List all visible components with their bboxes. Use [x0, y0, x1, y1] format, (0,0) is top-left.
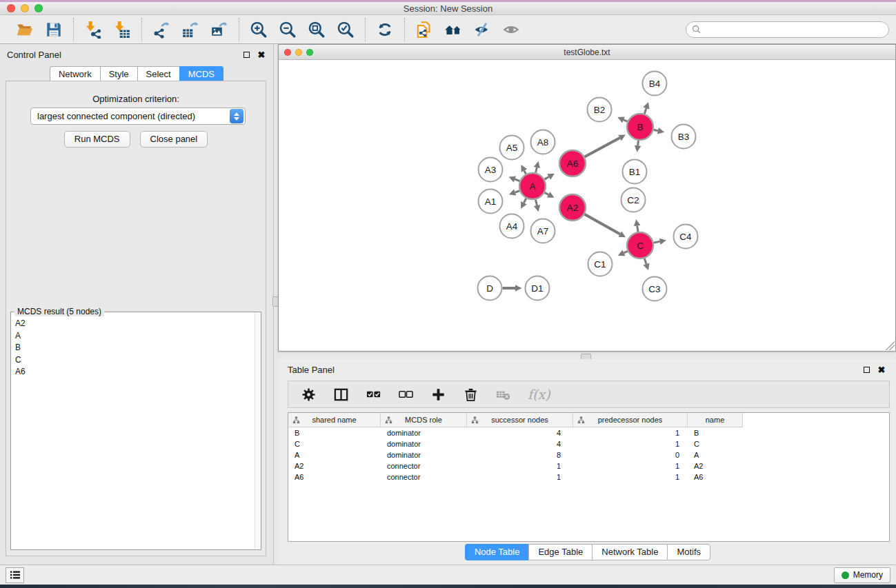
zoom-fit-button[interactable] [306, 19, 328, 41]
window-resize-handle[interactable] [886, 341, 895, 350]
graph-node-d1[interactable]: D1 [526, 276, 550, 301]
open-file-button[interactable] [14, 19, 36, 41]
graph-edge[interactable] [584, 214, 619, 234]
delete-columns-button[interactable] [463, 387, 479, 403]
hide-selected-button[interactable] [471, 19, 493, 41]
graph-node-d[interactable]: D [478, 276, 502, 301]
graph-node-b4[interactable]: B4 [643, 72, 667, 96]
search-icon [692, 25, 701, 34]
graph-edge[interactable] [624, 120, 628, 121]
mcds-result-item[interactable]: A2 [11, 318, 261, 330]
graph-edge[interactable] [637, 226, 638, 232]
graph-node-a4[interactable]: A4 [500, 214, 524, 239]
import-network-button[interactable] [82, 19, 104, 41]
graph-node-c2[interactable]: C2 [621, 188, 646, 212]
graph-edge[interactable] [524, 170, 526, 174]
graph-edge-arrowhead [515, 285, 522, 292]
graph-edge[interactable] [654, 130, 658, 130]
graph-edge[interactable] [535, 199, 537, 205]
graph-edge[interactable] [544, 177, 548, 180]
mcds-result-item[interactable]: A6 [11, 366, 261, 378]
table-row[interactable]: Adominator80A [288, 449, 889, 460]
graph-node-a5[interactable]: A5 [500, 136, 524, 160]
table-settings-button[interactable] [301, 387, 317, 403]
zoom-selected-button[interactable] [335, 19, 357, 41]
column-header-name[interactable]: name [688, 413, 743, 427]
first-neighbors-button[interactable] [442, 19, 464, 41]
column-header-successor-nodes[interactable]: successor nodes [467, 413, 573, 427]
attribute-type-icon [577, 416, 585, 424]
close-panel-button[interactable]: Close panel [140, 131, 208, 148]
graph-edge-arrowhead [643, 263, 649, 270]
graph-node-b[interactable]: B [627, 114, 653, 140]
add-column-button[interactable] [430, 387, 446, 403]
show-all-button[interactable] [500, 19, 522, 41]
table-row[interactable]: A2connector11A2 [288, 460, 889, 472]
graph-node-b2[interactable]: B2 [588, 98, 612, 122]
graph-edge[interactable] [545, 192, 549, 194]
zoom-out-button[interactable] [277, 19, 299, 41]
export-network-button[interactable] [150, 19, 172, 41]
export-table-button[interactable] [179, 19, 201, 41]
graph-node-a1[interactable]: A1 [479, 190, 503, 214]
new-network-from-selection-button[interactable] [413, 19, 435, 41]
table-row[interactable]: Cdominator41C [288, 438, 889, 449]
graph-edge[interactable] [644, 258, 646, 264]
graph-edge[interactable] [638, 141, 639, 145]
import-table-button[interactable] [111, 19, 133, 41]
tab-edge-table[interactable]: Edge Table [528, 544, 592, 560]
mcds-result-item[interactable]: B [11, 342, 261, 354]
mcds-result-item[interactable]: A [11, 330, 261, 343]
zoom-in-button[interactable] [248, 19, 270, 41]
graph-edge[interactable] [585, 138, 620, 157]
graph-edge[interactable] [624, 251, 627, 253]
column-header-shared-name[interactable]: shared name [288, 413, 381, 427]
close-panel-icon[interactable]: ✖ [257, 50, 266, 59]
graph-node-a[interactable]: A [519, 173, 546, 199]
split-panel-button[interactable] [333, 387, 349, 403]
graph-edge[interactable] [536, 168, 537, 173]
graph-node-a3[interactable]: A3 [479, 158, 503, 182]
graph-edge[interactable] [644, 108, 646, 114]
search-input[interactable] [704, 25, 883, 34]
table-cell: dominator [381, 449, 467, 460]
tab-node-table[interactable]: Node Table [465, 544, 529, 560]
graph-edge[interactable] [654, 241, 660, 243]
apply-layout-button[interactable] [374, 19, 396, 41]
graph-node-b3[interactable]: B3 [672, 125, 696, 149]
graph-node-a8[interactable]: A8 [531, 130, 555, 154]
graph-edge[interactable] [515, 179, 519, 181]
task-history-button[interactable] [6, 567, 24, 583]
optimization-criterion-dropdown[interactable]: largest connected component (directed) [30, 108, 246, 125]
column-header-MCDS-role[interactable]: MCDS role [381, 413, 467, 427]
graph-node-c3[interactable]: C3 [643, 277, 667, 301]
select-all-columns-button[interactable] [366, 387, 381, 403]
table-cell: 8 [467, 449, 573, 460]
table-row[interactable]: A6connector11A6 [288, 472, 889, 483]
mcds-result-item[interactable]: C [11, 354, 261, 367]
float-table-panel-icon[interactable] [862, 365, 871, 374]
graph-edge[interactable] [524, 199, 526, 203]
graph-node-a7[interactable]: A7 [531, 219, 555, 243]
graph-node-b1[interactable]: B1 [623, 160, 647, 184]
result-scrollbar[interactable] [255, 312, 261, 549]
deselect-all-columns-button[interactable] [398, 387, 414, 403]
graph-node-c1[interactable]: C1 [588, 252, 613, 276]
network-canvas[interactable]: B4B2BB3A5A8A6A3B1AA1A2C2A4A7C4CC1C3DD1 [279, 60, 895, 350]
float-panel-icon[interactable] [241, 50, 251, 59]
memory-button[interactable]: Memory [834, 567, 890, 583]
save-session-button[interactable] [43, 19, 65, 41]
export-image-button[interactable] [208, 19, 230, 41]
tab-network-table[interactable]: Network Table [592, 544, 667, 560]
search-field[interactable] [686, 21, 889, 38]
close-table-panel-icon[interactable]: ✖ [877, 365, 886, 374]
run-mcds-button[interactable]: Run MCDS [64, 131, 130, 148]
column-header-predecessor-nodes[interactable]: predecessor nodes [573, 413, 688, 427]
table-row[interactable]: Bdominator41B [288, 427, 889, 438]
graph-edge[interactable] [515, 191, 519, 192]
tab-motifs[interactable]: Motifs [667, 544, 710, 560]
graph-node-a6[interactable]: A6 [559, 150, 586, 176]
graph-node-c[interactable]: C [627, 232, 653, 258]
graph-node-a2[interactable]: A2 [559, 194, 586, 221]
graph-node-c4[interactable]: C4 [674, 225, 698, 249]
